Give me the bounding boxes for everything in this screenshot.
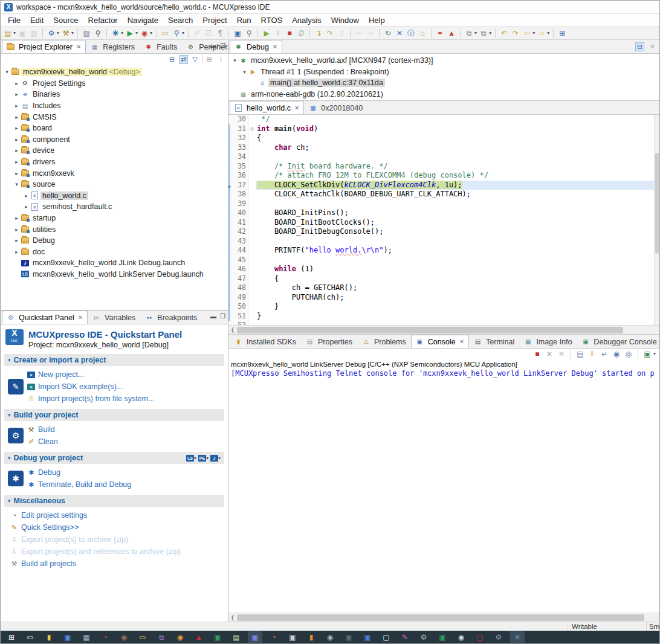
menu-refactor[interactable]: Refactor (83, 14, 123, 26)
tree-item-main-at-hello-world-c-37-0x11da[interactable]: ≡main() at hello_world.c:37 0x11da (228, 77, 659, 89)
expanded-arrow-icon[interactable]: ▾ (231, 57, 239, 63)
collapsed-arrow-icon[interactable]: ▸ (22, 193, 30, 199)
new-c-file-icon[interactable]: ▧ (82, 28, 91, 39)
taskbar-file-explorer-icon[interactable]: ▭ (135, 631, 150, 643)
menu-window[interactable]: Window (326, 14, 364, 26)
action-new-project[interactable]: ✕New project... (27, 369, 224, 381)
section-collapse-icon[interactable]: ▾ (8, 498, 11, 504)
tab-installed-sdks[interactable]: ▮Installed SDKs (230, 335, 301, 348)
collapsed-arrow-icon[interactable]: ▸ (22, 204, 30, 210)
collapsed-arrow-icon[interactable]: ▸ (13, 137, 21, 143)
tree-item-mcxn9xxevk-hello-world-linkserver-debug-la[interactable]: LSmcxn9xxevk_hello_world LinkServer Debu… (1, 269, 228, 280)
scroll-left-arrow[interactable]: ❬ (228, 614, 237, 620)
close-icon[interactable]: ✕ (459, 338, 464, 345)
terminate-icon[interactable]: ■ (285, 28, 294, 39)
section-header-miscellaneous[interactable]: ▾Miscellaneous (4, 495, 224, 507)
collapsed-arrow-icon[interactable]: ▸ (13, 170, 21, 176)
refresh-icon[interactable]: ↻ (383, 28, 393, 39)
menu-search[interactable]: Search (163, 14, 198, 26)
section-collapse-icon[interactable]: ▾ (8, 357, 11, 363)
menu-source[interactable]: Source (48, 14, 83, 26)
tree-item-thread-1-1-suspended-breakpoint[interactable]: ▾▶Thread #1 1 (Suspended : Breakpoint) (228, 66, 659, 78)
tree-item-semihost-hardfault-c[interactable]: ▸csemihost_hardfault.c (1, 201, 228, 213)
undo-nav-icon[interactable]: ↶ (499, 28, 509, 39)
menu-help[interactable]: Help (364, 14, 390, 26)
probe-button-j[interactable]: J▾ (210, 455, 221, 462)
tree-item-mcxn9xxevk[interactable]: ▸mcxn9xxevk (1, 167, 228, 179)
taskbar-word-icon[interactable]: ▣ (360, 631, 375, 643)
section-collapse-icon[interactable]: ▾ (8, 412, 11, 418)
tab-console[interactable]: ▣Console✕ (411, 335, 469, 348)
collapsed-arrow-icon[interactable]: ▸ (13, 215, 21, 221)
editor-vertical-scrollbar[interactable] (654, 115, 659, 325)
menu-file[interactable]: File (3, 14, 25, 26)
open-folder-icon[interactable]: ▭ (160, 28, 170, 39)
tree-item-project-settings[interactable]: ▸⚙Project Settings (1, 78, 228, 89)
expanded-arrow-icon[interactable]: ▾ (3, 69, 11, 75)
terminate-icon[interactable]: ■ (532, 349, 542, 359)
taskbar-paint-icon[interactable]: ✎ (398, 631, 412, 643)
taskbar-sublime-icon[interactable]: ▮ (304, 631, 319, 643)
collapse-all-icon[interactable]: ⊟ (635, 42, 644, 51)
dropdown-arrow-icon[interactable]: ▾ (218, 456, 221, 461)
tab-debug[interactable]: ✱Debug✕ (230, 40, 282, 53)
action-terminate-build-and-debug[interactable]: ✱Terminate, Build and Debug (27, 478, 224, 491)
open-console-icon[interactable]: ▣ (642, 349, 652, 359)
action-build-all-projects[interactable]: ⚒Build all projects (10, 558, 224, 570)
pin-console-icon[interactable]: ◉ (612, 349, 621, 359)
menu-rtos[interactable]: RTOS (256, 14, 288, 26)
taskbar-steam-icon[interactable]: ◉ (454, 631, 468, 643)
collapsed-arrow-icon[interactable]: ▸ (13, 237, 21, 243)
tree-item-arm-none-eabi-gdb-10-2-90-20210621[interactable]: ▦arm-none-eabi-gdb (10.2.90.20210621) (228, 89, 659, 100)
tree-item-drivers[interactable]: ▸drivers (1, 156, 228, 168)
action-import-sdk-example-s[interactable]: ✕Import SDK example(s)... (27, 381, 224, 393)
taskbar-task-view-icon[interactable]: ▭ (23, 631, 37, 643)
collapsed-arrow-icon[interactable]: ▸ (13, 227, 21, 233)
section-collapse-icon[interactable]: ▾ (8, 455, 11, 461)
taskbar-notepad-icon[interactable]: ▤ (229, 631, 244, 643)
action-quick-settings[interactable]: ✎Quick Settings>> (10, 521, 224, 533)
menu-project[interactable]: Project (198, 14, 231, 26)
action-import-project-s-from-file-system[interactable]: ☉Import project(s) from file system... (27, 393, 224, 405)
collapsed-arrow-icon[interactable]: ▸ (13, 103, 21, 109)
scroll-lock-icon[interactable]: ⇩ (587, 349, 597, 359)
dropdown-arrow-icon[interactable]: ▾ (532, 30, 535, 36)
tree-item-debug[interactable]: ▸Debug (1, 235, 228, 246)
fold-marker-icon[interactable]: ⊖ (248, 124, 256, 134)
tree-item-mcxn9xxevk-hello-world-axf-mcxn947-cortex-[interactable]: ▾✱mcxn9xxevk_hello_world.axf [MCXN947 (c… (228, 55, 659, 66)
search-files-icon[interactable]: ⚲ (244, 28, 254, 39)
dropdown-arrow-icon[interactable]: ▾ (57, 30, 59, 36)
tab-registers[interactable]: ▦Registers (86, 40, 140, 53)
dropdown-arrow-icon[interactable]: ▾ (135, 30, 138, 36)
scrollbar-thumb[interactable] (655, 153, 659, 254)
collapsed-arrow-icon[interactable]: ▸ (13, 125, 21, 131)
taskbar-calculator-icon[interactable]: ▦ (79, 631, 94, 643)
section-header-debug-your-project[interactable]: ▾Debug your projectLS▾PE▾J▾ (4, 452, 224, 464)
redo-nav-icon[interactable]: ↷ (511, 28, 520, 39)
tab-image-info[interactable]: ▦Image Info (519, 335, 577, 348)
taskbar-terminal-app-icon[interactable]: ▣ (285, 631, 300, 643)
view-menu-icon[interactable]: ⋮ (216, 55, 225, 64)
minimize-icon[interactable]: ▬ (210, 313, 216, 320)
jlink-script-icon[interactable]: ▲ (447, 28, 456, 39)
dropdown-arrow-icon[interactable]: ▾ (71, 30, 74, 36)
step-into-icon[interactable]: ↴ (314, 28, 323, 39)
collapsed-arrow-icon[interactable]: ▸ (13, 91, 21, 97)
scrollbar-thumb[interactable] (237, 614, 644, 621)
tree-item-utilities[interactable]: ▸utilities (1, 224, 228, 235)
focus-on-active-task-icon[interactable]: ⊞ (205, 55, 214, 64)
tree-item-doc[interactable]: ▸doc (1, 246, 228, 258)
taskbar-user-app-icon[interactable]: ◉ (117, 631, 131, 643)
menu-edit[interactable]: Edit (25, 14, 48, 26)
dropdown-arrow-icon[interactable]: ▾ (182, 30, 184, 36)
dropdown-arrow-icon[interactable]: ▾ (547, 30, 549, 36)
maximize-icon[interactable]: ❐ (220, 313, 225, 320)
tab-terminal[interactable]: ▤Terminal (469, 335, 519, 348)
code-editor[interactable]: 30 */31⊖int main(void)32{33 char ch;3435… (228, 115, 659, 325)
taskbar-excel-icon[interactable]: ▣ (210, 631, 225, 643)
tab-variables[interactable]: (x)Variables (88, 311, 140, 324)
probe-button-ls[interactable]: LS▾ (186, 455, 196, 462)
attach-icon[interactable]: ⚲ (172, 28, 181, 39)
outline-b-icon[interactable]: ⧉ (479, 28, 488, 39)
link-config-icon[interactable]: ⚭ (435, 28, 445, 39)
